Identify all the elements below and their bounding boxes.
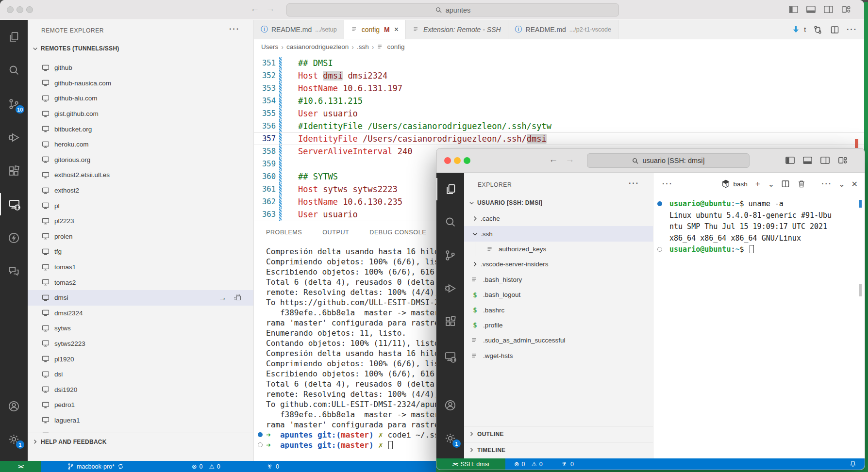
remote-item-github[interactable]: github — [28, 60, 253, 76]
tree-item-.ssh[interactable]: .ssh — [464, 226, 653, 241]
explorer-icon[interactable] — [436, 178, 464, 200]
terminal-tab-bash[interactable]: $ bash — [721, 179, 748, 189]
remote-item-dmsi2324[interactable]: dmsi2324 — [28, 306, 253, 321]
minimize-window-button[interactable] — [17, 6, 23, 13]
tree-item-.bashrc[interactable]: $.bashrc — [464, 302, 653, 317]
panel-tab-output[interactable]: OUTPUT — [322, 229, 349, 236]
tree-item-.profile[interactable]: $.profile — [464, 318, 653, 333]
accounts-icon[interactable] — [0, 395, 28, 417]
remote-item-tomas2[interactable]: tomas2 — [28, 275, 253, 290]
problems-status[interactable]: ⊗0 ⚠0 — [192, 461, 220, 472]
kill-terminal-icon[interactable] — [797, 179, 806, 189]
remote-item-laguera1[interactable]: laguera1 — [28, 413, 253, 428]
close-tab-icon[interactable]: × — [394, 25, 399, 34]
back-button[interactable]: ← — [547, 154, 560, 165]
code-line-356[interactable]: 356#IdentityFile /Users/casianorodriguez… — [254, 120, 864, 132]
minimize-window-button[interactable] — [454, 157, 461, 164]
command-decoration-icon[interactable] — [657, 247, 662, 252]
command-center-search[interactable]: apuntes — [286, 3, 619, 16]
run-debug-icon[interactable] — [0, 126, 28, 148]
workspace-section-header[interactable]: USUARIO [SSH: DMSI] — [468, 195, 542, 210]
panel-tab-debug-console[interactable]: DEBUG CONSOLE — [369, 229, 426, 236]
new-terminal-icon[interactable]: ＋ — [754, 179, 762, 189]
remote-indicator[interactable]: >< — [0, 461, 41, 472]
customize-layout-icon[interactable] — [837, 155, 848, 166]
tree-item-.bash_history[interactable]: .bash_history — [464, 272, 653, 287]
zoom-window-button[interactable] — [26, 6, 33, 13]
forward-button[interactable]: → — [564, 154, 576, 165]
toggle-sidebar-icon[interactable] — [788, 4, 799, 15]
tree-item-.sudo_as_admin_successful[interactable]: .sudo_as_admin_successful — [464, 333, 653, 348]
git-branch-status[interactable]: macbook-pro* — [67, 461, 124, 472]
customize-layout-icon[interactable] — [840, 4, 851, 15]
breadcrumb-item[interactable]: .ssh — [357, 43, 369, 50]
code-line-353[interactable]: 353HostName 10.6.131.197 — [254, 82, 864, 95]
settings-gear-icon[interactable]: 1 — [0, 428, 28, 450]
remote-explorer-icon[interactable] — [0, 193, 28, 215]
remote-item-exthost2.etsii.ull.es[interactable]: exthost2.etsii.ull.es — [28, 167, 253, 183]
command-center-search[interactable]: usuario [SSH: dmsi] — [587, 153, 750, 168]
toggle-panel-icon[interactable] — [802, 155, 813, 166]
ports-status[interactable]: 0 — [561, 458, 574, 470]
more-actions-icon[interactable]: ··· — [662, 179, 673, 188]
remote-item-bitbucket.org[interactable]: bitbucket.org — [28, 121, 253, 137]
toggle-secondary-sidebar-icon[interactable] — [819, 155, 831, 166]
split-editor-icon[interactable] — [830, 25, 840, 35]
connect-new-window-icon[interactable] — [234, 293, 242, 302]
tab-readme-setup[interactable]: ⓘ README.md .../setup — [254, 20, 344, 39]
connect-current-window-icon[interactable]: → — [218, 293, 227, 303]
remotes-section-header[interactable]: REMOTES (TUNNELS/SSH) — [32, 42, 119, 55]
code-line-352[interactable]: 352Host dmsi dmsi2324 — [254, 69, 864, 82]
tab-readme-p2-t1-vscode[interactable]: ⓘ README.md .../p2-t1-vscode — [508, 20, 618, 39]
remote-item-sytws2223[interactable]: sytws2223 — [28, 336, 253, 352]
remote-item-gist.github.com[interactable]: gist.github.com — [28, 106, 253, 122]
help-and-feedback-section[interactable]: HELP AND FEEDBACK — [28, 433, 253, 450]
toggle-panel-icon[interactable] — [805, 4, 817, 15]
outline-section[interactable]: OUTLINE — [464, 426, 653, 441]
command-decoration-icon[interactable] — [258, 432, 263, 437]
remote-item-dsi1920[interactable]: dsi1920 — [28, 382, 253, 397]
remote-item-pedro1[interactable]: pedro1 — [28, 397, 253, 413]
tree-item-.wget-hsts[interactable]: .wget-hsts — [464, 348, 653, 363]
remote-item-sytws[interactable]: sytws — [28, 321, 253, 336]
settings-gear-icon[interactable]: 1 — [436, 427, 464, 449]
toggle-sidebar-icon[interactable] — [785, 155, 796, 166]
tab-config[interactable]: config M × — [344, 20, 406, 39]
source-control-icon[interactable] — [436, 244, 464, 266]
remote-item-tfg[interactable]: tfg — [28, 244, 253, 260]
remote-item-dsi[interactable]: dsi — [28, 367, 253, 382]
more-actions-icon[interactable]: ··· — [229, 25, 240, 33]
accounts-icon[interactable] — [436, 394, 464, 416]
more-actions-icon[interactable]: ··· — [847, 25, 857, 34]
close-window-button[interactable] — [444, 157, 451, 164]
close-panel-icon[interactable]: ✕ — [851, 179, 858, 189]
code-line-354[interactable]: 354#10.6.131.215 — [254, 95, 864, 107]
remote-item-dmsi[interactable]: dmsi→ — [28, 290, 253, 306]
source-control-graph-icon[interactable] — [813, 25, 823, 35]
tree-item-.cache[interactable]: .cache — [464, 211, 653, 226]
zoom-window-button[interactable] — [464, 157, 470, 164]
extensions-icon[interactable] — [436, 310, 464, 332]
command-decoration-icon[interactable] — [258, 442, 263, 447]
code-line-357[interactable]: 357IdentityFile /Users/casianorodriguezl… — [254, 132, 864, 145]
more-actions-icon[interactable]: ··· — [821, 179, 832, 188]
remote-item-github-nausica.com[interactable]: github-nausica.com — [28, 76, 253, 91]
scrollbar-thumb[interactable] — [859, 284, 862, 296]
search-icon[interactable] — [0, 59, 28, 81]
run-file-icon[interactable] — [791, 25, 801, 35]
toggle-secondary-sidebar-icon[interactable] — [823, 4, 834, 15]
tree-item-authorized_keys[interactable]: authorized_keys — [464, 242, 653, 257]
problems-status[interactable]: ⊗0 ⚠0 — [514, 458, 543, 470]
tree-item-.vscode-server-insiders[interactable]: .vscode-server-insiders — [464, 257, 653, 272]
remote-indicator[interactable]: >< SSH: dmsi — [436, 458, 505, 470]
notifications-bell-icon[interactable] — [849, 460, 857, 468]
command-decoration-icon[interactable] — [657, 201, 662, 206]
remote-item-tomas1[interactable]: tomas1 — [28, 260, 253, 275]
remote-item-heroku.com[interactable]: heroku.com — [28, 137, 253, 152]
remote-item-pl1920[interactable]: pl1920 — [28, 351, 253, 367]
panel-tab-problems[interactable]: PROBLEMS — [266, 229, 302, 236]
tab-extension-remote-ssh[interactable]: Extension: Remote - SSH — [406, 20, 508, 39]
explorer-icon[interactable] — [0, 26, 28, 48]
breadcrumb-item[interactable]: casianorodriguezleon — [286, 43, 349, 50]
remote-item-pl2223[interactable]: pl2223 — [28, 213, 253, 229]
